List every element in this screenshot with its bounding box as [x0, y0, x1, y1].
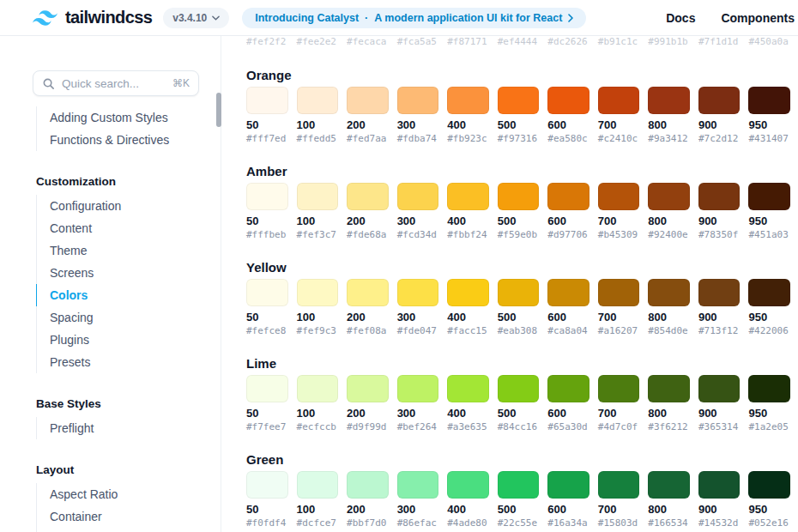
palette-swatch-grid: 50 #fefce8 100 #fef9c3 200 #fef08a 300 #… — [246, 279, 790, 336]
shade-label: 700 — [598, 119, 640, 131]
color-swatch — [246, 279, 288, 306]
sidebar-item-aspect-ratio[interactable]: Aspect Ratio — [37, 483, 221, 505]
color-swatch — [447, 471, 489, 499]
shade-hex: #15803d — [598, 517, 640, 529]
clipped-hex-value: #fecaca — [347, 38, 389, 48]
shade-label: 100 — [297, 311, 339, 323]
shade-hex: #451a03 — [748, 229, 790, 240]
color-swatch — [648, 183, 690, 210]
search-input[interactable]: Quick search... ⌘K — [33, 70, 199, 96]
clipped-hex-value: #f87171 — [447, 38, 489, 48]
palette-orange: Orange 50 #fff7ed 100 #ffedd5 200 #fed7a… — [246, 69, 790, 144]
shade-hex: #fbbf24 — [447, 229, 489, 240]
color-swatch-cell: 700 #c2410c — [598, 87, 640, 144]
palette-swatch-grid: 50 #fffbeb 100 #fef3c7 200 #fde68a 300 #… — [246, 183, 790, 240]
shade-label: 400 — [447, 408, 489, 420]
shade-label: 100 — [297, 215, 339, 227]
shade-hex: #4ade80 — [447, 517, 489, 529]
shade-label: 300 — [397, 119, 439, 131]
color-swatch-cell: 200 #fef08a — [347, 279, 389, 336]
color-swatch-cell: 800 #3f6212 — [648, 375, 690, 432]
nav-docs-link[interactable]: Docs — [666, 11, 695, 25]
color-swatch-cell: 600 #16a34a — [547, 471, 589, 529]
color-swatch — [246, 375, 288, 402]
color-swatch-cell: 50 #fff7ed — [246, 87, 288, 144]
color-swatch-cell: 100 #ecfccb — [297, 375, 339, 432]
shade-hex: #f59e0b — [498, 229, 540, 240]
sidebar-item-adding-custom-styles[interactable]: Adding Custom Styles — [37, 106, 221, 129]
shade-label: 500 — [498, 311, 540, 323]
shade-hex: #fde047 — [397, 325, 439, 336]
color-swatch — [347, 183, 389, 210]
color-swatch — [698, 375, 741, 402]
color-swatch — [748, 471, 790, 499]
sidebar-item-plugins[interactable]: Plugins — [37, 329, 221, 351]
clipped-hex-value: #fee2e2 — [297, 38, 339, 48]
color-swatch-cell: 50 #fefce8 — [246, 279, 288, 336]
color-swatch-cell: 800 #166534 — [648, 471, 690, 529]
color-swatch-cell: 400 #facc15 — [447, 279, 489, 336]
sidebar-item-functions-directives[interactable]: Functions & Directives — [37, 129, 221, 151]
color-swatch — [748, 375, 790, 402]
sidebar-item-columns[interactable]: Columns — [37, 528, 221, 532]
shade-hex: #65a30d — [547, 421, 589, 432]
palette-name: Green — [246, 453, 790, 467]
color-swatch-cell: 300 #86efac — [397, 471, 439, 529]
sidebar-item-presets[interactable]: Presets — [37, 351, 221, 373]
sidebar-item-content[interactable]: Content — [37, 217, 221, 239]
color-swatch — [748, 279, 790, 306]
color-swatch — [447, 375, 489, 402]
color-swatch — [547, 375, 589, 402]
color-swatch-cell: 900 #365314 — [698, 375, 741, 432]
sidebar-item-theme[interactable]: Theme — [37, 239, 221, 262]
shade-hex: #854d0e — [648, 325, 690, 336]
color-swatch-cell: 950 #1a2e05 — [748, 375, 790, 432]
shade-label: 300 — [397, 311, 439, 323]
color-swatch — [598, 87, 640, 114]
tailwindcss-logo[interactable]: tailwindcss — [33, 8, 152, 27]
sidebar-item-configuration[interactable]: Configuration — [37, 195, 221, 217]
shade-label: 400 — [447, 311, 489, 323]
color-swatch-cell: 300 #fde047 — [397, 279, 439, 336]
color-swatch — [748, 183, 790, 210]
clipped-hex-value: #991b1b — [648, 38, 690, 48]
version-dropdown[interactable]: v3.4.10 — [163, 8, 229, 28]
shade-label: 900 — [698, 119, 741, 131]
color-swatch — [648, 87, 690, 114]
color-swatch — [397, 375, 439, 402]
sidebar-item-spacing[interactable]: Spacing — [37, 306, 221, 329]
search-placeholder: Quick search... — [62, 77, 139, 90]
color-swatch-cell: 900 #7c2d12 — [698, 87, 741, 144]
sidebar-item-screens[interactable]: Screens — [37, 262, 221, 284]
shade-hex: #ea580c — [547, 133, 589, 144]
shade-hex: #fde68a — [347, 229, 389, 240]
sidebar-item-preflight[interactable]: Preflight — [37, 417, 221, 439]
shade-hex: #84cc16 — [498, 421, 540, 432]
color-swatch-cell: 100 #fef3c7 — [297, 183, 339, 240]
shade-hex: #fffbeb — [246, 229, 288, 240]
shade-hex: #3f6212 — [648, 421, 690, 432]
sidebar-item-container[interactable]: Container — [37, 505, 221, 528]
shade-label: 300 — [397, 408, 439, 420]
color-swatch-cell: 600 #ca8a04 — [547, 279, 589, 336]
color-swatch-cell: 700 #15803d — [598, 471, 640, 529]
palette-swatch-grid: 50 #f7fee7 100 #ecfccb 200 #d9f99d 300 #… — [246, 375, 790, 432]
shade-hex: #fff7ed — [246, 133, 288, 144]
color-swatch-cell: 100 #ffedd5 — [297, 87, 339, 144]
shade-hex: #fefce8 — [246, 325, 288, 336]
shade-hex: #ffedd5 — [297, 133, 339, 144]
shade-hex: #fb923c — [447, 133, 489, 144]
color-swatch — [598, 471, 640, 499]
banner-separator: · — [365, 12, 368, 24]
nav-components-link[interactable]: Components — [721, 11, 795, 25]
catalyst-banner-link[interactable]: Introducing Catalyst · A modern applicat… — [242, 8, 586, 28]
shade-hex: #fef9c3 — [297, 325, 339, 336]
color-swatch-cell: 700 #4d7c0f — [598, 375, 640, 432]
sidebar-item-colors[interactable]: Colors — [36, 284, 221, 306]
shade-label: 50 — [246, 408, 288, 420]
shade-hex: #fed7aa — [347, 133, 389, 144]
shade-hex: #d97706 — [547, 229, 589, 240]
palette-list: Orange 50 #fff7ed 100 #ffedd5 200 #fed7a… — [246, 69, 790, 529]
color-swatch — [598, 375, 640, 402]
color-swatch-cell: 950 #052e16 — [748, 471, 790, 529]
